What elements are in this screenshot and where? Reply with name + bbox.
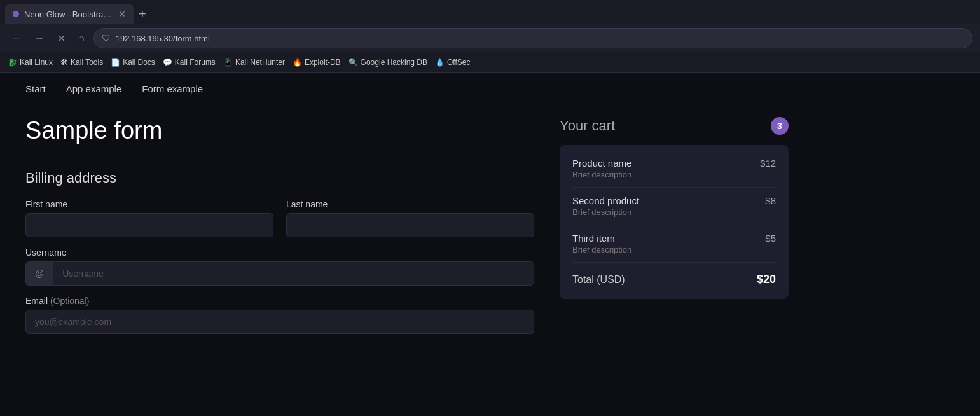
- kali-linux-icon: 🐉: [8, 58, 17, 67]
- cart-total-label: Total (USD): [572, 274, 625, 286]
- form-section: Sample form Billing address First name L…: [25, 117, 534, 344]
- cart-item: Third item Brief description $5: [572, 225, 776, 263]
- tab-close-button[interactable]: ✕: [118, 9, 126, 19]
- email-row: Email (Optional): [25, 296, 534, 334]
- kali-docs-icon: 📄: [111, 58, 120, 67]
- bookmark-label: Kali Linux: [20, 58, 53, 67]
- cart-item-name: Product name: [572, 158, 631, 169]
- cart-item-desc: Brief description: [572, 170, 631, 179]
- page-title: Sample form: [25, 117, 534, 144]
- address-url: 192.168.195.30/form.html: [116, 34, 210, 43]
- offsec-icon: 💧: [435, 58, 445, 67]
- kali-nethunter-icon: 📱: [223, 58, 233, 67]
- cart-item-desc: Brief description: [572, 207, 639, 217]
- email-label: Email (Optional): [25, 296, 534, 306]
- bookmark-label: Google Hacking DB: [361, 58, 427, 67]
- cart-item-desc: Brief description: [572, 245, 631, 254]
- cart-item-price: $8: [765, 195, 776, 206]
- address-bar[interactable]: 🛡 192.168.195.30/form.html: [93, 28, 972, 48]
- first-name-label: First name: [25, 199, 273, 209]
- bookmark-kali-tools[interactable]: 🛠 Kali Tools: [60, 58, 103, 67]
- bookmark-label: OffSec: [447, 58, 470, 67]
- cart-item: Second product Brief description $8: [572, 188, 776, 225]
- nav-link-app-example[interactable]: App example: [66, 83, 122, 94]
- exploit-db-icon: 🔥: [293, 58, 302, 67]
- username-prefix: @: [25, 261, 53, 286]
- cart-badge: 3: [771, 117, 789, 135]
- cart-item-info: Product name Brief description: [572, 158, 631, 179]
- bookmark-label: Exploit-DB: [305, 58, 341, 67]
- top-navigation: Start App example Form example: [0, 73, 980, 104]
- security-icon: 🛡: [102, 33, 111, 43]
- cart-section: Your cart 3 Product name Brief descripti…: [560, 117, 789, 344]
- kali-forums-icon: 💬: [163, 58, 172, 67]
- email-group: Email (Optional): [25, 296, 534, 334]
- cart-header: Your cart 3: [560, 117, 789, 135]
- bookmark-google-hacking[interactable]: 🔍 Google Hacking DB: [349, 58, 427, 67]
- forward-button[interactable]: →: [31, 30, 48, 46]
- email-input[interactable]: [25, 310, 534, 334]
- cart-title: Your cart: [560, 118, 615, 134]
- last-name-input[interactable]: [286, 213, 534, 237]
- bookmark-kali-nethunter[interactable]: 📱 Kali NetHunter: [223, 58, 285, 67]
- cart-item-info: Third item Brief description: [572, 233, 631, 254]
- bookmark-label: Kali Tools: [71, 58, 103, 67]
- billing-address-title: Billing address: [25, 170, 534, 186]
- main-container: Sample form Billing address First name L…: [0, 104, 980, 357]
- cart-item-price: $12: [760, 158, 776, 169]
- cart-card: Product name Brief description $12 Secon…: [560, 145, 789, 299]
- last-name-group: Last name: [286, 199, 534, 237]
- cart-total-value: $20: [757, 273, 776, 286]
- bookmark-label: Kali Forums: [175, 58, 216, 67]
- tab-title: Neon Glow - Bootstrap Th: [24, 10, 113, 19]
- email-optional: (Optional): [50, 296, 89, 306]
- username-row: Username @: [25, 247, 534, 286]
- nav-link-form-example[interactable]: Form example: [142, 83, 203, 94]
- bookmark-exploit-db[interactable]: 🔥 Exploit-DB: [293, 58, 341, 67]
- bookmark-kali-docs[interactable]: 📄 Kali Docs: [111, 58, 155, 67]
- bookmark-kali-linux[interactable]: 🐉 Kali Linux: [8, 58, 53, 67]
- kali-tools-icon: 🛠: [60, 58, 68, 67]
- browser-tab[interactable]: Neon Glow - Bootstrap Th ✕: [5, 4, 134, 24]
- cart-total: Total (USD) $20: [572, 263, 776, 286]
- nav-link-start[interactable]: Start: [25, 83, 46, 94]
- google-hacking-icon: 🔍: [349, 58, 358, 67]
- page-content: Start App example Form example Sample fo…: [0, 73, 980, 416]
- home-button[interactable]: ⌂: [74, 30, 88, 46]
- cart-item: Product name Brief description $12: [572, 158, 776, 188]
- bookmark-kali-forums[interactable]: 💬 Kali Forums: [163, 58, 216, 67]
- username-input-group: @: [25, 261, 534, 286]
- cart-item-price: $5: [765, 233, 776, 244]
- cart-item-info: Second product Brief description: [572, 195, 639, 217]
- username-label: Username: [25, 247, 534, 258]
- browser-chrome: Neon Glow - Bootstrap Th ✕ + ← → ✕ ⌂ 🛡 1…: [0, 0, 980, 73]
- bookmark-label: Kali Docs: [123, 58, 155, 67]
- tab-bar: Neon Glow - Bootstrap Th ✕ +: [0, 0, 980, 24]
- username-group: Username @: [25, 247, 534, 286]
- back-button[interactable]: ←: [8, 30, 25, 46]
- new-tab-button[interactable]: +: [134, 8, 151, 20]
- bookmark-label: Kali NetHunter: [235, 58, 285, 67]
- reload-button[interactable]: ✕: [53, 30, 69, 47]
- first-name-group: First name: [25, 199, 273, 237]
- tab-dot: [13, 11, 19, 17]
- cart-item-name: Third item: [572, 233, 631, 244]
- last-name-label: Last name: [286, 199, 534, 209]
- bookmarks-bar: 🐉 Kali Linux 🛠 Kali Tools 📄 Kali Docs 💬 …: [0, 52, 980, 73]
- cart-item-name: Second product: [572, 195, 639, 206]
- bookmark-offsec[interactable]: 💧 OffSec: [435, 58, 470, 67]
- name-row: First name Last name: [25, 199, 534, 237]
- nav-bar: ← → ✕ ⌂ 🛡 192.168.195.30/form.html: [0, 24, 980, 52]
- first-name-input[interactable]: [25, 213, 273, 237]
- username-input[interactable]: [53, 261, 534, 286]
